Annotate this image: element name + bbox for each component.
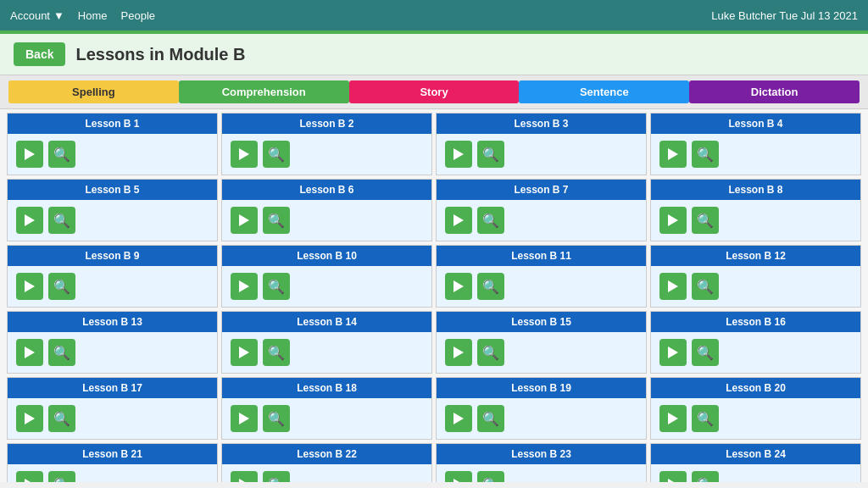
search-button[interactable]: 🔍 bbox=[48, 207, 75, 234]
play-button[interactable] bbox=[659, 273, 687, 300]
play-button[interactable] bbox=[659, 141, 687, 168]
play-button[interactable] bbox=[16, 207, 43, 234]
lesson-cell: Lesson B 3🔍 bbox=[436, 113, 647, 175]
lesson-cell: Lesson B 6🔍 bbox=[221, 179, 432, 241]
content-area[interactable]: Lesson B 1🔍Lesson B 2🔍Lesson B 3🔍Lesson … bbox=[0, 109, 868, 482]
lesson-actions: 🔍 bbox=[437, 200, 646, 241]
play-button[interactable] bbox=[445, 273, 472, 300]
search-button[interactable]: 🔍 bbox=[48, 471, 75, 482]
search-button[interactable]: 🔍 bbox=[692, 471, 719, 482]
lesson-cell: Lesson B 20🔍 bbox=[650, 377, 861, 440]
lesson-cell: Lesson B 2🔍 bbox=[221, 113, 432, 175]
search-button[interactable]: 🔍 bbox=[477, 273, 504, 300]
lesson-actions: 🔍 bbox=[8, 266, 217, 307]
play-button[interactable] bbox=[231, 471, 258, 482]
play-button[interactable] bbox=[231, 207, 258, 234]
search-button[interactable]: 🔍 bbox=[692, 273, 719, 300]
tab-story[interactable]: Story bbox=[349, 80, 520, 103]
lesson-header: Lesson B 22 bbox=[222, 444, 431, 464]
search-icon: 🔍 bbox=[268, 411, 285, 427]
play-button[interactable] bbox=[445, 405, 472, 432]
search-button[interactable]: 🔍 bbox=[477, 207, 504, 234]
play-icon bbox=[25, 280, 35, 292]
search-button[interactable]: 🔍 bbox=[477, 339, 504, 366]
play-button[interactable] bbox=[231, 141, 258, 168]
search-button[interactable]: 🔍 bbox=[263, 339, 290, 366]
lesson-actions: 🔍 bbox=[651, 200, 860, 241]
play-button[interactable] bbox=[16, 405, 43, 432]
search-button[interactable]: 🔍 bbox=[263, 273, 290, 300]
search-icon: 🔍 bbox=[697, 477, 714, 483]
search-button[interactable]: 🔍 bbox=[692, 405, 719, 432]
search-button[interactable]: 🔍 bbox=[263, 141, 290, 168]
search-icon: 🔍 bbox=[268, 213, 285, 229]
play-button[interactable] bbox=[659, 471, 687, 482]
lesson-cell: Lesson B 5🔍 bbox=[7, 179, 218, 241]
play-button[interactable] bbox=[659, 339, 687, 366]
play-icon bbox=[453, 413, 464, 424]
play-icon bbox=[239, 148, 249, 160]
play-button[interactable] bbox=[16, 141, 43, 168]
play-icon bbox=[453, 214, 464, 226]
back-button[interactable]: Back bbox=[14, 42, 65, 66]
lesson-cell: Lesson B 21🔍 bbox=[7, 443, 218, 482]
play-icon bbox=[668, 280, 678, 292]
search-button[interactable]: 🔍 bbox=[477, 141, 504, 168]
search-button[interactable]: 🔍 bbox=[477, 405, 504, 432]
search-button[interactable]: 🔍 bbox=[48, 273, 75, 300]
search-button[interactable]: 🔍 bbox=[692, 339, 719, 366]
lesson-header: Lesson B 13 bbox=[8, 312, 217, 332]
tab-spelling[interactable]: Spelling bbox=[8, 80, 179, 103]
play-button[interactable] bbox=[445, 339, 472, 366]
lesson-actions: 🔍 bbox=[651, 134, 860, 175]
play-button[interactable] bbox=[16, 471, 43, 482]
account-button[interactable]: Account ▼ bbox=[10, 9, 64, 22]
play-button[interactable] bbox=[231, 405, 258, 432]
top-nav: Account ▼ Home People Luke Butcher Tue J… bbox=[0, 0, 868, 30]
search-button[interactable]: 🔍 bbox=[692, 141, 719, 168]
lesson-cell: Lesson B 19🔍 bbox=[436, 377, 647, 440]
home-link[interactable]: Home bbox=[78, 9, 108, 22]
people-link[interactable]: People bbox=[121, 9, 155, 22]
tab-comprehension[interactable]: Comprehension bbox=[179, 80, 349, 103]
play-icon bbox=[25, 413, 35, 424]
lesson-header: Lesson B 15 bbox=[437, 312, 646, 332]
lesson-actions: 🔍 bbox=[222, 200, 431, 241]
tab-dictation[interactable]: Dictation bbox=[689, 80, 860, 103]
search-button[interactable]: 🔍 bbox=[48, 405, 75, 432]
tab-sentence[interactable]: Sentence bbox=[519, 80, 689, 103]
search-button[interactable]: 🔍 bbox=[263, 405, 290, 432]
play-icon bbox=[239, 214, 249, 226]
play-button[interactable] bbox=[659, 405, 687, 432]
lesson-header: Lesson B 11 bbox=[437, 246, 646, 266]
search-button[interactable]: 🔍 bbox=[48, 339, 75, 366]
play-button[interactable] bbox=[16, 339, 43, 366]
lesson-cell: Lesson B 14🔍 bbox=[221, 311, 432, 374]
play-button[interactable] bbox=[659, 207, 687, 234]
lesson-header: Lesson B 17 bbox=[8, 378, 217, 398]
lesson-cell: Lesson B 1🔍 bbox=[7, 113, 218, 175]
play-icon bbox=[668, 479, 678, 482]
search-button[interactable]: 🔍 bbox=[692, 207, 719, 234]
search-button[interactable]: 🔍 bbox=[263, 207, 290, 234]
play-button[interactable] bbox=[16, 273, 43, 300]
search-icon: 🔍 bbox=[53, 345, 70, 361]
lesson-header: Lesson B 21 bbox=[8, 444, 217, 464]
play-icon bbox=[239, 347, 249, 358]
play-button[interactable] bbox=[445, 141, 472, 168]
play-icon bbox=[668, 347, 678, 358]
play-icon bbox=[239, 280, 249, 292]
play-button[interactable] bbox=[445, 471, 472, 482]
search-button[interactable]: 🔍 bbox=[48, 141, 75, 168]
search-button[interactable]: 🔍 bbox=[477, 471, 504, 482]
lesson-cell: Lesson B 4🔍 bbox=[650, 113, 861, 175]
play-button[interactable] bbox=[231, 273, 258, 300]
play-button[interactable] bbox=[231, 339, 258, 366]
lesson-grid: Lesson B 1🔍Lesson B 2🔍Lesson B 3🔍Lesson … bbox=[7, 113, 861, 482]
lesson-actions: 🔍 bbox=[437, 266, 646, 307]
search-button[interactable]: 🔍 bbox=[263, 471, 290, 482]
lesson-cell: Lesson B 13🔍 bbox=[7, 311, 218, 374]
play-icon bbox=[239, 413, 249, 424]
play-button[interactable] bbox=[445, 207, 472, 234]
lesson-cell: Lesson B 23🔍 bbox=[436, 443, 647, 482]
